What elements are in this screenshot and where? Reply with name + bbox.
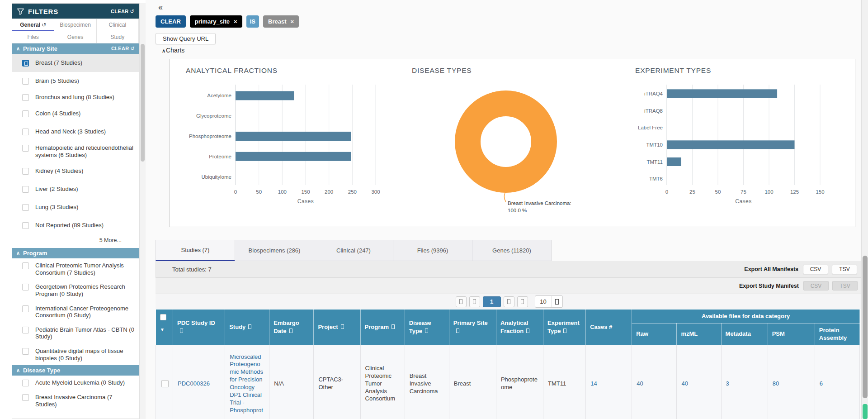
checkbox[interactable] bbox=[22, 262, 29, 269]
column-header-analytical-fraction[interactable]: Analytical Fraction bbox=[496, 309, 543, 345]
filter-tab-genes[interactable]: Genes bbox=[54, 31, 96, 43]
current-page-button[interactable]: 1 bbox=[483, 296, 501, 307]
link-files-psm[interactable]: 80 bbox=[773, 380, 779, 387]
query-chip-breast[interactable]: Breast× bbox=[263, 15, 299, 28]
column-sort-icon[interactable] bbox=[456, 329, 459, 333]
checkbox[interactable] bbox=[22, 186, 29, 193]
select-all-checkbox[interactable] bbox=[160, 314, 166, 320]
filter-item-head-and-neck[interactable]: Head and Neck (3 Studies) bbox=[12, 123, 139, 141]
filter-item-pediatric-brain-tumor-atlas-cbtn[interactable]: Pediatric Brain Tumor Atlas - CBTN (0 St… bbox=[12, 323, 139, 344]
results-tab-files[interactable]: Files (9396) bbox=[393, 240, 472, 261]
column-header-project[interactable]: Project bbox=[314, 309, 360, 345]
checkbox[interactable] bbox=[22, 60, 29, 67]
link-pdc-study-id[interactable]: PDC000326 bbox=[178, 380, 210, 387]
query-chip-primary-site[interactable]: primary_site× bbox=[190, 15, 242, 28]
filter-tab-study[interactable]: Study bbox=[96, 31, 139, 43]
results-tab-clinical[interactable]: Clinical (247) bbox=[314, 240, 393, 261]
filter-item-clinical-proteomic-tumor-analysis-consortium[interactable]: Clinical Proteomic Tumor Analysis Consor… bbox=[12, 258, 139, 280]
page-size-select[interactable]: 10 bbox=[535, 295, 563, 308]
clear-all-filters-button[interactable]: CLEAR bbox=[111, 9, 134, 14]
filter-item-lung[interactable]: Lung (3 Studies) bbox=[12, 198, 139, 216]
link-files-raw[interactable]: 40 bbox=[637, 380, 643, 387]
filter-item-not-reported[interactable]: Not Reported (89 Studies) bbox=[12, 216, 139, 234]
page-scrollbar-thumb[interactable] bbox=[863, 256, 868, 398]
column-header-metadata[interactable]: Metadata bbox=[721, 323, 768, 345]
column-header-cases[interactable]: Cases # bbox=[586, 309, 632, 345]
column-header-psm[interactable]: PSM bbox=[768, 323, 815, 345]
row-checkbox[interactable] bbox=[161, 380, 169, 387]
checkbox[interactable] bbox=[22, 284, 29, 290]
collapse-caret-icon[interactable] bbox=[16, 46, 20, 52]
remove-chip-icon[interactable]: × bbox=[234, 18, 237, 25]
column-sort-icon[interactable] bbox=[180, 329, 183, 333]
bar-acetylome[interactable] bbox=[236, 91, 294, 100]
query-chip-is[interactable]: IS bbox=[246, 15, 259, 28]
charts-section-toggle[interactable]: Charts bbox=[162, 47, 184, 54]
checkbox[interactable] bbox=[22, 204, 29, 211]
collapse-sidebar-icon[interactable]: « bbox=[158, 3, 163, 12]
remove-chip-icon[interactable]: × bbox=[290, 18, 294, 25]
bar-phosphoproteome[interactable] bbox=[236, 132, 351, 141]
column-header-program[interactable]: Program bbox=[360, 309, 405, 345]
link-files-metadata[interactable]: 3 bbox=[726, 380, 729, 387]
checkbox[interactable] bbox=[22, 145, 29, 152]
first-page-button[interactable] bbox=[456, 296, 467, 307]
checkbox[interactable] bbox=[22, 222, 29, 229]
checkbox[interactable] bbox=[22, 394, 29, 401]
section-clear-button[interactable]: CLEAR bbox=[111, 46, 135, 52]
bar-itraq4[interactable] bbox=[667, 89, 777, 98]
checkbox[interactable] bbox=[22, 168, 29, 175]
column-sort-icon[interactable] bbox=[341, 324, 344, 329]
filter-item-bronchus-and-lung[interactable]: Bronchus and lung (8 Studies) bbox=[12, 90, 139, 105]
filter-item-quantitative-digital-maps-of-tissue-biopsies[interactable]: Quantitative digital maps of tissue biop… bbox=[12, 344, 139, 365]
sidebar-scrollbar[interactable] bbox=[139, 3, 146, 419]
results-tab-genes[interactable]: Genes (11820) bbox=[472, 240, 552, 261]
clear-query-button[interactable]: CLEAR bbox=[156, 15, 186, 28]
bar-proteome[interactable] bbox=[236, 152, 351, 161]
checkbox[interactable] bbox=[22, 129, 29, 135]
link-study[interactable]: Microscaled Proteogenomic Methods for Pr… bbox=[230, 353, 263, 414]
collapse-caret-icon[interactable] bbox=[16, 367, 20, 373]
filter-item-brain[interactable]: Brain (5 Studies) bbox=[12, 72, 139, 90]
column-sort-icon[interactable] bbox=[248, 324, 251, 329]
column-header-study[interactable]: Study bbox=[225, 309, 269, 345]
bar-tmt11[interactable] bbox=[667, 157, 681, 166]
checkbox[interactable] bbox=[22, 327, 29, 333]
column-header-pdc-study-id[interactable]: PDC Study ID bbox=[173, 309, 225, 345]
show-query-url-button[interactable]: Show Query URL bbox=[156, 33, 216, 44]
column-sort-icon[interactable] bbox=[563, 329, 566, 333]
filter-item-colon[interactable]: Colon (4 Studies) bbox=[12, 105, 139, 123]
export-all-tsv-button[interactable]: TSV bbox=[832, 265, 857, 274]
link-files-mzml[interactable]: 40 bbox=[681, 380, 688, 387]
checkbox[interactable] bbox=[22, 94, 29, 101]
link-files-protein-assembly[interactable]: 6 bbox=[820, 380, 823, 387]
column-header-protein-assembly[interactable]: Protein Assembly bbox=[815, 323, 859, 345]
page-size-dropdown-icon[interactable] bbox=[552, 296, 562, 307]
checkbox[interactable] bbox=[22, 348, 29, 355]
filter-item-breast[interactable]: Breast (7 Studies) bbox=[12, 54, 139, 72]
column-sort-icon[interactable] bbox=[425, 329, 428, 333]
results-tab-biospecimens[interactable]: Biospecimens (286) bbox=[235, 240, 314, 261]
column-header-primary-site[interactable]: Primary Site bbox=[449, 309, 496, 345]
checkbox[interactable] bbox=[22, 305, 29, 312]
previous-page-button[interactable] bbox=[469, 296, 480, 307]
export-all-csv-button[interactable]: CSV bbox=[803, 265, 828, 274]
column-header-embargo-date[interactable]: Embargo Date bbox=[269, 309, 314, 345]
bar-tmt10[interactable] bbox=[667, 140, 795, 149]
collapse-caret-icon[interactable] bbox=[16, 250, 20, 256]
column-header-mzml[interactable]: mzML bbox=[677, 323, 721, 345]
column-header-experiment-type[interactable]: Experiment Type bbox=[543, 309, 586, 345]
column-header-disease-type[interactable]: Disease Type bbox=[405, 309, 449, 345]
export-study-tsv-button[interactable]: TSV bbox=[832, 281, 858, 290]
results-tab-studies[interactable]: Studies (7) bbox=[156, 240, 235, 261]
link-cases[interactable]: 14 bbox=[590, 380, 597, 387]
column-sort-icon[interactable] bbox=[526, 329, 529, 333]
sidebar-scrollbar-thumb[interactable] bbox=[141, 44, 145, 162]
filter-item-international-cancer-proteogenome-consortium[interactable]: International Cancer Proteogenome Consor… bbox=[12, 301, 139, 323]
filter-item-breast-invasive-carcinoma[interactable]: Breast Invasive Carcinoma (7 Studies) bbox=[12, 390, 139, 411]
filter-tab-biospecimen[interactable]: Biospecimen bbox=[54, 19, 96, 31]
filter-item-acute-myeloid-leukemia[interactable]: Acute Myeloid Leukemia (0 Study) bbox=[12, 376, 139, 390]
next-page-button[interactable] bbox=[504, 296, 514, 307]
filter-tab-clinical[interactable]: Clinical bbox=[96, 19, 139, 31]
column-header-raw[interactable]: Raw bbox=[632, 323, 677, 345]
